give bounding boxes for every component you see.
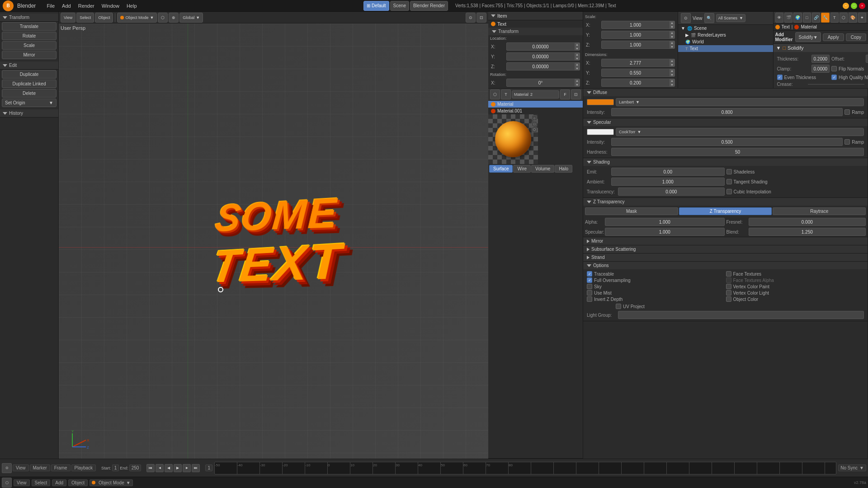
mat-type-btn[interactable]: ⬡ [490, 89, 500, 99]
scene-tree-renderlayers[interactable]: ▶ 🎬 RenderLayers [678, 32, 773, 38]
prop-data-btn[interactable]: T [830, 13, 839, 23]
object-name-row[interactable]: Text [488, 20, 583, 28]
invert-z-check[interactable] [587, 296, 592, 302]
mask-btn[interactable]: Mask [585, 207, 678, 215]
sky-checkbox[interactable]: Sky [587, 284, 725, 289]
transparency-header[interactable]: Z Transparency [583, 198, 868, 206]
traceable-checkbox[interactable]: Traceable [587, 271, 725, 277]
shadeless-check[interactable] [726, 169, 732, 174]
vertex-color-paint-checkbox[interactable]: Vertex Color Paint [726, 284, 864, 289]
face-textures-checkbox[interactable]: Face Textures [726, 271, 864, 277]
loc-x-arrows[interactable]: ▲ ▼ [574, 42, 580, 51]
prev-keyframe-btn[interactable]: ◄ [156, 464, 164, 472]
object-color-checkbox[interactable]: Object Color [726, 296, 864, 302]
start-frame-input[interactable]: 1 [112, 465, 119, 471]
scale-y-input[interactable]: 1.000 ▲ ▼ [601, 31, 675, 39]
spec-shader-select[interactable]: CookTorr ▼ [616, 128, 864, 136]
scale-x-up[interactable]: ▲ [669, 21, 675, 25]
fps-select[interactable]: No Sync ▼ [838, 465, 866, 471]
scale-button[interactable]: Scale [2, 41, 57, 50]
surface-tab[interactable]: Surface [489, 165, 513, 173]
wire-tab[interactable]: Wire [513, 165, 531, 173]
hardness-input[interactable]: 50 [611, 148, 864, 156]
scene-tree-world[interactable]: 🌍 World [678, 38, 773, 45]
scene-btn[interactable]: Scene [390, 1, 409, 11]
diff-intensity-input[interactable]: 0.800 [611, 108, 843, 116]
modifier-type-select[interactable]: Solidify ▼ [795, 32, 821, 42]
scene-tree-text[interactable]: T Text [678, 45, 773, 52]
object-mode-btn[interactable]: Object Mode ▼ [117, 13, 157, 23]
object-menu-btn[interactable]: Object [95, 13, 113, 23]
scale-x-arrows[interactable]: ▲ ▼ [669, 21, 675, 29]
copy-modifier-button[interactable]: Copy [846, 33, 866, 41]
rotate-button[interactable]: Rotate [2, 32, 57, 40]
cubic-interp-checkbox[interactable]: Cubic Interpolation [726, 188, 864, 196]
scale-z-arrows[interactable]: ▲ ▼ [669, 41, 675, 49]
translate-button[interactable]: Translate [2, 22, 57, 31]
high-quality-check[interactable] [831, 75, 837, 80]
traceable-check[interactable] [587, 271, 592, 277]
shading-btn[interactable]: ⬡ [158, 13, 168, 23]
apply-modifier-button[interactable]: Apply [823, 33, 844, 41]
spec-trans-input[interactable]: 1.000 [605, 228, 725, 236]
flip-normals-check[interactable] [831, 66, 837, 71]
volume-tab[interactable]: Volume [531, 165, 554, 173]
alpha-input[interactable]: 1.000 [605, 218, 725, 226]
shadeless-checkbox[interactable]: Shadeless [726, 168, 864, 176]
tangent-shading-checkbox[interactable]: Tangent Shading [726, 178, 864, 186]
diffuse-shader-select[interactable]: Lambert ▼ [616, 98, 864, 106]
material-item-0[interactable]: Material [488, 101, 583, 108]
view-btn[interactable]: View [13, 465, 29, 471]
invert-z-depth-checkbox[interactable]: Invert Z Depth [587, 296, 725, 302]
maximize-button[interactable]: □ [851, 3, 857, 9]
loc-y-arrows[interactable]: ▲ ▼ [574, 52, 580, 61]
strand-header[interactable]: Strand [583, 253, 868, 261]
dim-y-arrows[interactable]: ▲ ▼ [669, 69, 675, 77]
uv-project-checkbox[interactable]: UV Project [616, 304, 645, 309]
scale-y-down[interactable]: ▼ [669, 35, 675, 39]
thickness-input[interactable]: 0.2000 [811, 55, 830, 63]
emit-input[interactable]: 0.00 [611, 168, 725, 176]
history-section-header[interactable]: History [0, 109, 58, 117]
mat-text-btn[interactable]: T [501, 89, 511, 99]
loc-y-input[interactable]: 0.00000 ▲ ▼ [506, 52, 580, 61]
mat-func-btn[interactable]: F [560, 89, 570, 99]
timeline-track[interactable]: -50 -40 -30 -20 -10 0 10 20 30 40 50 60 … [214, 462, 836, 474]
diff-ramp-check[interactable] [844, 109, 850, 115]
dim-x-arrows[interactable]: ▲ ▼ [669, 59, 675, 67]
scale-y-up[interactable]: ▲ [669, 31, 675, 35]
status-object-btn[interactable]: Object [68, 479, 88, 486]
prop-scene-btn[interactable]: 🎬 [784, 13, 793, 23]
dim-z-down[interactable]: ▼ [669, 83, 675, 87]
rot-x-up[interactable]: ▲ [574, 79, 580, 83]
menu-render[interactable]: Render [75, 2, 98, 9]
view-menu-btn[interactable]: View [61, 13, 75, 23]
solidify-modifier-header[interactable]: ▼ □ Solidify [774, 44, 868, 52]
end-frame-input[interactable]: 250 [129, 465, 142, 471]
face-tex-alpha-check[interactable] [726, 277, 731, 283]
sky-check[interactable] [587, 284, 592, 289]
scale-z-up[interactable]: ▲ [669, 41, 675, 45]
duplicate-linked-button[interactable]: Duplicate Linked [2, 80, 57, 88]
layout-btn[interactable]: ⊞ Default [363, 1, 389, 11]
diff-ramp-checkbox[interactable]: Ramp [844, 109, 864, 115]
loc-y-up[interactable]: ▲ [574, 52, 580, 56]
timeline-view-btn[interactable]: ⊙ [2, 463, 12, 473]
marker-btn[interactable]: Marker [30, 465, 50, 471]
face-textures-alpha-checkbox[interactable]: Face Textures Alpha [726, 277, 864, 283]
loc-y-down[interactable]: ▼ [574, 56, 580, 61]
halo-tab[interactable]: Halo [555, 165, 572, 173]
offset-input[interactable]: -1.0000 [866, 55, 868, 63]
diffuse-color-swatch[interactable] [587, 99, 614, 105]
prop-material-btn[interactable]: ⬡ [840, 13, 848, 23]
full-oversampling-checkbox[interactable]: Full Oversampling [587, 277, 725, 283]
use-mist-check[interactable] [587, 290, 592, 296]
rot-x-down[interactable]: ▼ [574, 83, 580, 87]
status-view-btn[interactable]: View [14, 479, 30, 486]
loc-z-down[interactable]: ▼ [574, 66, 580, 70]
select-menu-btn[interactable]: Select [76, 13, 94, 23]
dim-x-input[interactable]: 2.777 ▲ ▼ [601, 59, 675, 67]
dim-x-up[interactable]: ▲ [669, 59, 675, 63]
menu-help[interactable]: Help [123, 2, 141, 9]
scale-x-input[interactable]: 1.000 ▲ ▼ [601, 21, 675, 29]
